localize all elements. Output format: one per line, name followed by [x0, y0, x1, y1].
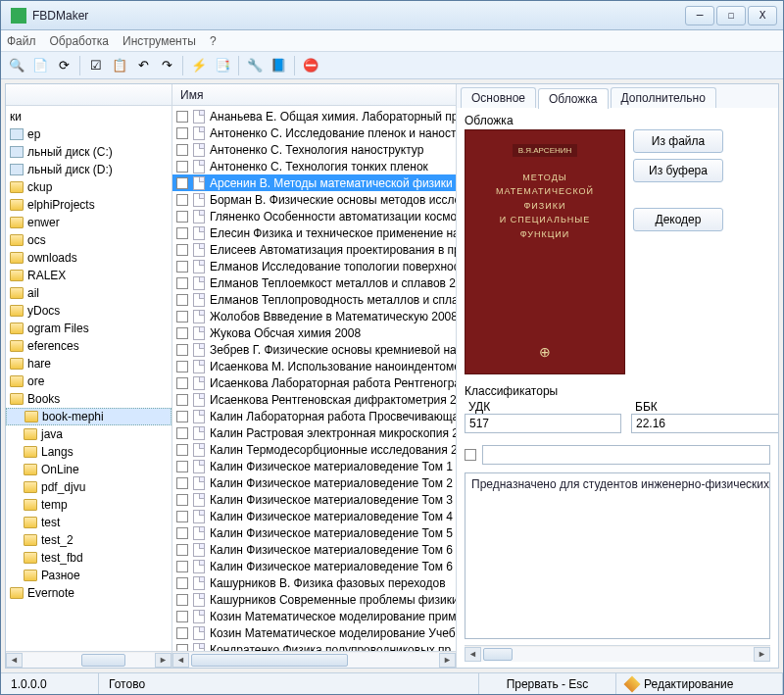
cover-image[interactable]: В.Я.АРСЕНИН МЕТОДЫМАТЕМАТИЧЕСКОЙФИЗИКИИ … [465, 129, 625, 374]
tree-hscrollbar[interactable]: ◄ ► [6, 651, 172, 668]
file-checkbox[interactable] [176, 577, 188, 589]
file-checkbox[interactable] [176, 194, 188, 206]
from-file-button[interactable]: Из файла [633, 129, 723, 153]
toolbar-redo-icon[interactable]: ↷ [157, 56, 176, 75]
file-checkbox[interactable] [176, 527, 188, 539]
file-checkbox[interactable] [176, 211, 188, 223]
file-row[interactable]: Калин Физическое материаловедение Том 6 … [172, 558, 456, 574]
file-row[interactable]: Кондратенко Физика полупроводниковых пр [172, 641, 456, 651]
tree-item[interactable]: RALEX [6, 267, 172, 284]
file-row[interactable]: Кашурников В. Физика фазовых переходов [172, 574, 456, 591]
toolbar-book-icon[interactable]: 📘 [269, 56, 288, 75]
scroll-right-icon[interactable]: ► [155, 653, 172, 668]
file-checkbox[interactable] [176, 511, 188, 522]
toolbar-settings-icon[interactable]: 🔧 [245, 56, 265, 75]
menu-tools[interactable]: Инструменты [122, 34, 196, 48]
file-row[interactable]: Кашурников Современные проблемы физики т [172, 591, 456, 608]
file-checkbox[interactable] [176, 327, 188, 339]
file-row[interactable]: Борман В. Физические основы методов иссл… [172, 191, 456, 208]
toolbar-stop-icon[interactable]: ⛔ [301, 56, 320, 75]
file-row[interactable]: Козин Математическое моделирование Учебн [172, 624, 456, 641]
tree-item[interactable]: льный диск (D:) [6, 161, 172, 178]
file-row[interactable]: Антоненко С. Исследование пленок и нанос… [172, 124, 456, 141]
toolbar-doc-icon[interactable]: 📄 [30, 56, 50, 75]
file-row[interactable]: Исаенкова М. Использование наноиндентоме [172, 358, 456, 374]
file-checkbox[interactable] [176, 311, 188, 323]
file-row[interactable]: Антоненко С. Технология наноструктур [172, 141, 456, 158]
toolbar-flash-icon[interactable]: ⚡ [189, 56, 209, 75]
tree-item[interactable]: Books [6, 390, 172, 408]
tree-item[interactable]: test_fbd [6, 549, 172, 567]
scroll-left-icon[interactable]: ◄ [465, 647, 481, 662]
file-checkbox[interactable] [176, 561, 188, 572]
tab-cover[interactable]: Обложка [538, 88, 609, 109]
tree-item[interactable]: Разное [6, 567, 172, 584]
file-row[interactable]: Жукова Обсчая химия 2008 [172, 324, 456, 341]
toolbar-search-icon[interactable]: 🔍 [7, 56, 26, 75]
tree-item[interactable]: enwer [6, 214, 172, 231]
toolbar-tabs-icon[interactable]: 📑 [213, 56, 232, 75]
udk-input[interactable] [465, 414, 621, 433]
file-row[interactable]: Зебрев Г. Физические основы кремниевой н… [172, 341, 456, 358]
menu-help[interactable]: ? [210, 34, 217, 48]
file-row[interactable]: Калин Термодесорбционные исследования 20 [172, 441, 456, 458]
file-row[interactable]: Ананьева Е. Общая химия. Лабораторный пр… [172, 108, 456, 124]
tree-item[interactable]: ogram Files [6, 320, 172, 337]
bbk-input[interactable] [631, 414, 778, 433]
tree-item[interactable]: hare [6, 355, 172, 372]
tree-item[interactable]: ore [6, 372, 172, 390]
menu-processing[interactable]: Обработка [50, 34, 110, 48]
file-row[interactable]: Калин Физическое материаловедение Том 1 … [172, 458, 456, 474]
file-row[interactable]: Гляненко Особенности автоматизации космо… [172, 208, 456, 224]
file-row[interactable]: Исаенкова Лабораторная работа Рентгеногр… [172, 374, 456, 391]
tree-item[interactable]: льный диск (C:) [6, 143, 172, 161]
close-button[interactable]: X [748, 6, 777, 25]
tree-item[interactable]: OnLine [6, 461, 172, 478]
tab-extra[interactable]: Дополнительно [611, 87, 716, 108]
file-row[interactable]: Елманов Исследование топологии поверхнос… [172, 258, 456, 274]
file-checkbox[interactable] [176, 611, 188, 622]
file-checkbox[interactable] [176, 244, 188, 256]
tab-main[interactable]: Основное [461, 87, 536, 108]
file-row[interactable]: Калин Физическое материаловедение Том 2 … [172, 474, 456, 491]
file-row[interactable]: Арсенин В. Методы математической физики [172, 174, 456, 191]
file-checkbox[interactable] [176, 111, 188, 123]
tree-item[interactable]: book-mephi [6, 408, 172, 425]
tree-item[interactable]: temp [6, 496, 172, 514]
file-checkbox[interactable] [176, 294, 188, 306]
file-row[interactable]: Елесин Физика и техническое применение н… [172, 224, 456, 241]
file-checkbox[interactable] [176, 227, 188, 239]
desc-hscrollbar[interactable]: ◄ ► [465, 645, 770, 662]
status-abort[interactable]: Прервать - Esc [479, 673, 616, 694]
files-hscrollbar[interactable]: ◄ ► [172, 651, 456, 668]
file-checkbox[interactable] [176, 361, 188, 372]
tree-item[interactable]: ер [6, 125, 172, 143]
file-row[interactable]: Козин Математическое моделирование приме [172, 608, 456, 624]
file-row[interactable]: Елманов Теплоемкост металлов и сплавов 2… [172, 274, 456, 291]
file-checkbox[interactable] [176, 277, 188, 289]
status-edit[interactable]: Редактирование [616, 673, 783, 694]
tree-item[interactable]: ckup [6, 178, 172, 196]
tree-item[interactable]: eferences [6, 337, 172, 355]
file-checkbox[interactable] [176, 494, 188, 506]
file-checkbox[interactable] [176, 411, 188, 422]
menu-file[interactable]: Файл [7, 34, 36, 48]
file-checkbox[interactable] [176, 544, 188, 556]
file-list[interactable]: Ананьева Е. Общая химия. Лабораторный пр… [172, 106, 456, 651]
maximize-button[interactable]: ☐ [716, 6, 746, 25]
toolbar-copy-icon[interactable]: 📋 [110, 56, 129, 75]
file-checkbox[interactable] [176, 177, 188, 189]
tree-item[interactable]: Evernote [6, 584, 172, 602]
file-column-header[interactable]: Имя [172, 84, 456, 106]
decoder-button[interactable]: Декодер [633, 208, 723, 231]
tree-item[interactable]: test [6, 514, 172, 531]
scroll-right-icon[interactable]: ► [754, 647, 770, 662]
file-row[interactable]: Калин Лабораторная работа Просвечивающа [172, 408, 456, 424]
extra-text-input[interactable] [482, 445, 770, 465]
toolbar-undo-icon[interactable]: ↶ [133, 56, 153, 75]
file-row[interactable]: Елманов Теплопроводность металлов и спла… [172, 291, 456, 308]
folder-tree[interactable]: киерльный диск (C:)льный диск (D:)ckupel… [6, 106, 172, 651]
tree-item[interactable]: pdf_djvu [6, 478, 172, 496]
file-row[interactable]: Калин Физическое материаловедение Том 5 … [172, 524, 456, 541]
toolbar-check-icon[interactable]: ☑ [86, 56, 106, 75]
